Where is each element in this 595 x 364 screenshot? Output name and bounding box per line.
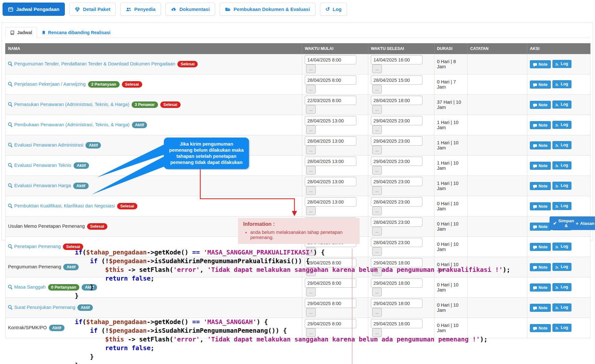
rss-icon <box>556 143 559 147</box>
datetime-input[interactable] <box>305 177 356 186</box>
datetime-picker-button[interactable]: ... <box>372 105 382 114</box>
note-button[interactable]: Note <box>530 182 551 190</box>
datetime-input[interactable] <box>371 197 422 206</box>
log-button[interactable]: Log <box>552 121 571 129</box>
stage-name-link[interactable]: Penetapan Pemenang <box>14 244 61 249</box>
datetime-cell: ... <box>368 176 434 196</box>
catatan-cell <box>468 216 527 237</box>
chat-icon <box>533 144 537 147</box>
log-button-label: Log <box>561 204 568 208</box>
note-button[interactable]: Note <box>530 81 551 89</box>
toolbar-button-detail-paket[interactable]: Detail Paket <box>69 3 116 16</box>
datetime-input[interactable] <box>371 55 422 64</box>
note-button[interactable]: Note <box>530 324 551 332</box>
stage-name-link[interactable]: Surat Penunjukan Pemenang <box>14 305 75 310</box>
datetime-input[interactable] <box>371 96 422 105</box>
datetime-input[interactable] <box>371 217 422 227</box>
log-button[interactable]: Log <box>552 60 571 68</box>
datetime-picker-button[interactable]: ... <box>372 125 382 134</box>
code-line: } <box>75 352 510 361</box>
note-button[interactable]: Note <box>530 121 551 129</box>
stage-name-link[interactable]: Evaluasi Penawaran Harga <box>14 183 71 188</box>
datetime-input[interactable] <box>305 55 356 64</box>
log-button[interactable]: Log <box>552 243 571 251</box>
log-button[interactable]: Log <box>552 80 571 88</box>
datetime-picker-button[interactable]: ... <box>372 206 382 215</box>
log-button[interactable]: Log <box>552 101 571 109</box>
datetime-cell: ... <box>368 95 434 115</box>
datetime-picker-button[interactable]: ... <box>306 206 316 215</box>
note-button[interactable]: Note <box>530 263 551 271</box>
log-button[interactable]: Log <box>552 303 571 311</box>
note-button[interactable]: Note <box>530 141 551 149</box>
table-row: Penjelasan Pekerjaan / Aanwijzing2 Perta… <box>5 74 590 95</box>
datetime-input[interactable] <box>371 238 422 247</box>
stage-name-link[interactable]: Evaluasi Penawaran Teknis <box>14 163 71 168</box>
datetime-input[interactable] <box>305 116 356 125</box>
datetime-input[interactable] <box>305 75 356 85</box>
chat-icon <box>533 225 537 228</box>
save-button-label-2: Alasan <box>580 221 594 226</box>
log-button[interactable]: Log <box>552 324 571 332</box>
datetime-cell: ... <box>368 135 434 156</box>
datetime-picker-button[interactable]: ... <box>372 186 382 195</box>
datetime-picker-button[interactable]: ... <box>306 166 316 175</box>
datetime-input[interactable] <box>305 157 356 166</box>
datetime-input[interactable] <box>305 136 356 146</box>
log-button[interactable]: Log <box>552 283 571 291</box>
stage-name-link[interactable]: Masa Sanggah <box>14 284 46 290</box>
stage-name-link[interactable]: Penjelasan Pekerjaan / Aanwijzing <box>14 81 86 87</box>
datetime-picker-button[interactable]: ... <box>306 186 316 195</box>
datetime-picker-button[interactable]: ... <box>372 85 382 93</box>
stage-name-link[interactable]: Pembukaan Penawaran (Administrasi, Tekni… <box>14 122 130 127</box>
log-button[interactable]: Log <box>552 161 571 169</box>
datetime-input[interactable] <box>371 136 422 146</box>
datetime-input[interactable] <box>305 197 356 206</box>
duration-cell: 0 Hari | 8 Jam <box>434 54 468 74</box>
log-button[interactable]: Log <box>552 182 571 190</box>
column-header-aksi: AKSI <box>527 43 590 54</box>
datetime-picker-button[interactable]: ... <box>306 64 316 73</box>
note-button[interactable]: Note <box>530 162 551 170</box>
stage-name-link[interactable]: Pemasukan Penawaran (Administrasi, Tekni… <box>14 102 129 107</box>
datetime-picker-button[interactable]: ... <box>306 146 316 154</box>
log-button[interactable]: Log <box>552 263 571 271</box>
table-row: Evaluasi Penawaran HargaAktif......1 Har… <box>5 176 590 196</box>
datetime-picker-button[interactable]: ... <box>372 227 382 235</box>
datetime-input[interactable] <box>371 75 422 85</box>
log-button[interactable]: Log <box>552 141 571 149</box>
stage-name-link[interactable]: Evaluasi Penawaran Administrasi <box>14 142 83 148</box>
tab-jadwal[interactable]: Jadwal <box>5 27 37 38</box>
note-button[interactable]: Note <box>530 283 551 292</box>
datetime-picker-button[interactable]: ... <box>306 125 316 134</box>
log-button-label: Log <box>561 82 568 86</box>
datetime-picker-button[interactable]: ... <box>372 64 382 73</box>
code-block: if($tahap_pengadaan->getKode() == 'MASA_… <box>75 248 510 364</box>
note-button[interactable]: Note <box>530 60 551 68</box>
datetime-picker-button[interactable]: ... <box>372 166 382 175</box>
toolbar-button-penyedia[interactable]: Penyedia <box>120 3 161 16</box>
note-button[interactable]: Note <box>530 101 551 109</box>
stage-name-link[interactable]: Pengumuman Tender, Pendaftaran Tender & … <box>14 61 175 66</box>
tab-rencana-dibanding-realisasi[interactable]: Rencana dibanding Realisasi <box>37 27 115 38</box>
toolbar-button-dokumentasi[interactable]: Dokumentasi <box>165 3 215 16</box>
datetime-picker-button[interactable]: ... <box>306 105 316 114</box>
note-button[interactable]: Note <box>530 223 551 231</box>
toolbar-button-jadwal-pengadaan[interactable]: Jadwal Pengadaan <box>3 3 65 16</box>
toolbar-button-log[interactable]: ↺ Log <box>320 3 347 16</box>
datetime-input[interactable] <box>371 177 422 186</box>
note-button[interactable]: Note <box>530 304 551 312</box>
stage-name-link[interactable]: Pembuktian Kualifikasi, Klarifikasi dan … <box>14 203 115 208</box>
datetime-input[interactable] <box>371 116 422 125</box>
save-alasan-button[interactable]: ✔ Simpan & + Alasan <box>550 216 595 230</box>
datetime-input[interactable] <box>371 157 422 166</box>
log-button[interactable]: Log <box>552 202 571 210</box>
datetime-picker-button[interactable]: ... <box>372 146 382 154</box>
toolbar-button-label: Log <box>333 6 342 12</box>
datetime-input[interactable] <box>305 96 356 105</box>
status-badge: Selesai <box>160 101 181 108</box>
toolbar-button-pembukaan-dokumen[interactable]: Pembukaan Dokumen & Evaluasi <box>220 3 315 16</box>
note-button[interactable]: Note <box>530 202 551 210</box>
datetime-picker-button[interactable]: ... <box>306 85 316 93</box>
note-button[interactable]: Note <box>530 243 551 251</box>
